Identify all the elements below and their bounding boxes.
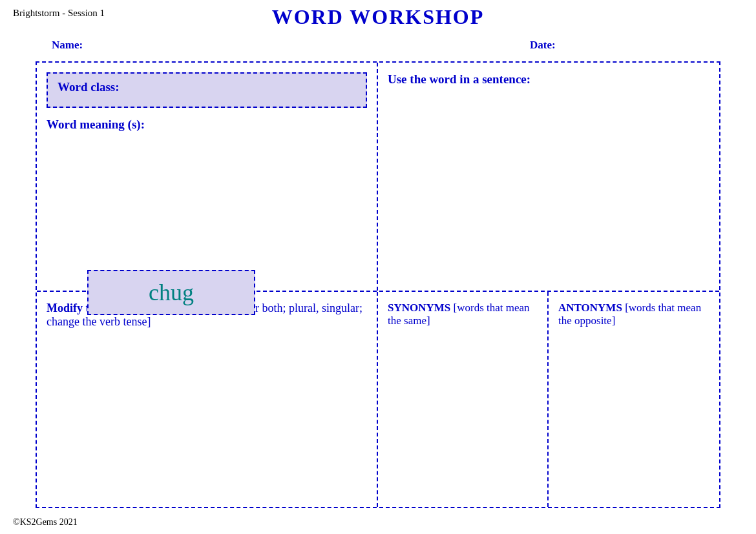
antonyms-label: ANTONYMS [words that mean the opposite] xyxy=(558,302,709,327)
date-label: Date: xyxy=(530,39,556,52)
copyright-label: ©KS2Gems 2021 xyxy=(13,517,78,528)
word-bubble: chug xyxy=(87,270,255,315)
bottom-middle-panel: SYNONYMS [words that mean the same] xyxy=(378,292,549,507)
use-word-label: Use the word in a sentence: xyxy=(388,72,709,87)
top-left-panel: Word class: Word meaning (s): chug xyxy=(37,63,378,291)
word-class-box: Word class: xyxy=(47,72,367,108)
word-meaning-label: Word meaning (s): xyxy=(47,118,367,132)
antonyms-bold-text: ANTONYMS xyxy=(558,302,622,314)
bottom-right-panel: ANTONYMS [words that mean the opposite] xyxy=(549,292,719,507)
top-right-panel: Use the word in a sentence: xyxy=(378,63,719,291)
synonyms-bold-text: SYNONYMS xyxy=(388,302,450,314)
main-container: Word class: Word meaning (s): chug Use t… xyxy=(36,61,720,508)
bottom-left-panel: Modify the word: [add a prefix or a suff… xyxy=(37,292,378,507)
word-bubble-container: chug xyxy=(87,270,255,315)
word-class-label: Word class: xyxy=(58,80,120,94)
top-section: Word class: Word meaning (s): chug Use t… xyxy=(37,63,719,292)
bottom-section: Modify the word: [add a prefix or a suff… xyxy=(37,292,719,507)
page-title: WORD WORKSHOP xyxy=(0,5,756,29)
synonyms-label: SYNONYMS [words that mean the same] xyxy=(388,302,538,327)
name-label: Name: xyxy=(52,39,83,52)
